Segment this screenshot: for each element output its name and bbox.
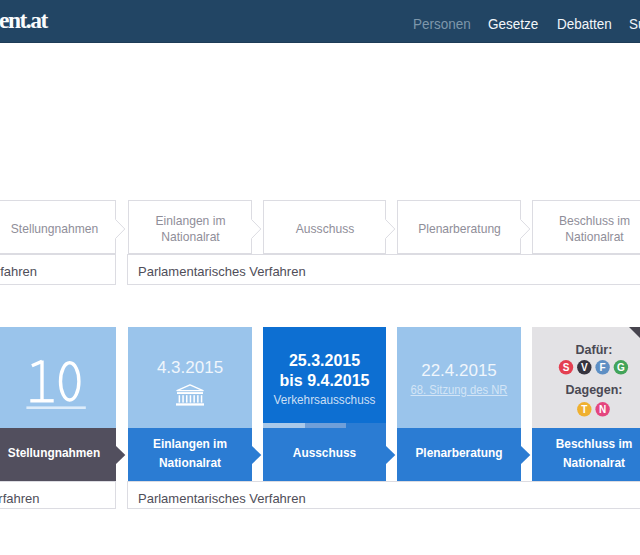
svg-text:F: F xyxy=(600,362,606,373)
svg-text:S: S xyxy=(563,362,570,373)
svg-text:G: G xyxy=(617,362,625,373)
svg-text:V: V xyxy=(581,362,588,373)
svg-text:N: N xyxy=(599,404,606,415)
svg-text:T: T xyxy=(581,404,587,415)
